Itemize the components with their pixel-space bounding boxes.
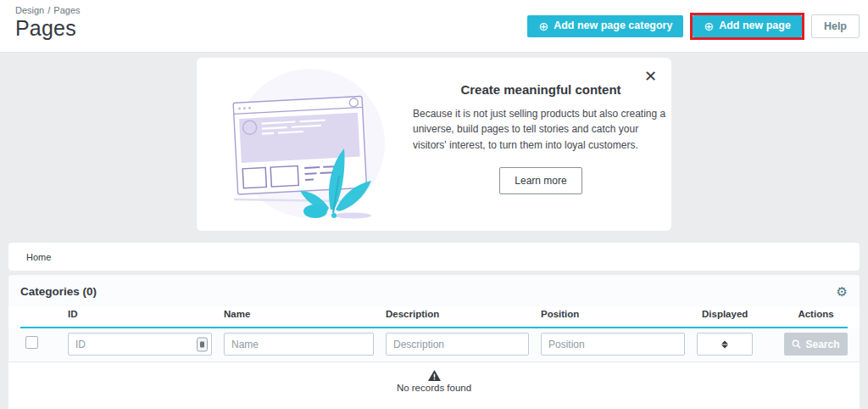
column-header-position: Position <box>541 309 697 319</box>
filter-row: Search <box>20 333 848 356</box>
notice-card: Create meaningful content Because it is … <box>197 58 671 231</box>
add-new-page-button[interactable]: ⊕ Add new page <box>693 15 801 37</box>
description-filter-input[interactable] <box>386 333 529 356</box>
page-header: Design/Pages Pages ⊕ Add new page catego… <box>0 0 868 53</box>
add-new-page-category-label: Add new page category <box>554 20 672 32</box>
name-filter-input[interactable] <box>224 333 374 356</box>
breadcrumb-current: Pages <box>53 5 80 15</box>
search-button[interactable]: Search <box>784 333 848 356</box>
search-icon <box>792 339 801 349</box>
displayed-filter-select[interactable] <box>697 333 753 356</box>
id-filter-input[interactable] <box>68 333 212 356</box>
select-arrows-icon <box>721 340 728 348</box>
add-new-page-label: Add new page <box>719 20 791 32</box>
breadcrumb-separator: / <box>47 5 50 15</box>
empty-message: No records found <box>8 383 860 393</box>
close-icon[interactable]: ✕ <box>644 70 657 82</box>
search-button-label: Search <box>805 339 839 350</box>
notice-body: Because it is not just selling products … <box>413 106 669 154</box>
number-stepper-icon[interactable] <box>197 337 208 351</box>
annotation-highlight: ⊕ Add new page <box>693 15 801 37</box>
home-label: Home <box>26 252 51 262</box>
gear-icon[interactable]: ⚙ <box>837 285 848 298</box>
empty-state: No records found <box>8 362 860 393</box>
categories-panel-title: Categories (0) <box>20 285 97 298</box>
plus-circle-icon: ⊕ <box>538 20 548 32</box>
column-header-id: ID <box>68 309 224 319</box>
categories-panel: Categories (0) ⚙ ID Name Description Pos… <box>8 275 860 409</box>
column-header-displayed: Displayed <box>697 309 784 319</box>
help-button[interactable]: Help <box>811 14 860 38</box>
column-header-actions: Actions <box>784 309 848 319</box>
table-header-row: ID Name Description Position Displayed A… <box>20 309 848 328</box>
notice-content: Create meaningful content Because it is … <box>398 82 699 207</box>
plus-circle-icon: ⊕ <box>704 20 714 32</box>
filter-row-wrap: Search <box>8 328 860 362</box>
column-header-description: Description <box>386 309 541 319</box>
header-actions: ⊕ Add new page category ⊕ Add new page H… <box>527 14 860 38</box>
add-new-page-category-button[interactable]: ⊕ Add new page category <box>527 15 683 37</box>
warning-icon <box>428 370 441 381</box>
category-tree-home-item[interactable]: Home <box>8 243 860 271</box>
breadcrumb-parent[interactable]: Design <box>15 5 44 15</box>
notice-title: Create meaningful content <box>413 82 669 97</box>
learn-more-button[interactable]: Learn more <box>499 167 581 194</box>
pages-illustration <box>215 67 398 221</box>
categories-panel-header: Categories (0) ⚙ <box>8 275 860 307</box>
column-header-name: Name <box>224 309 386 319</box>
position-filter-input[interactable] <box>541 333 685 356</box>
select-all-checkbox[interactable] <box>25 336 38 349</box>
